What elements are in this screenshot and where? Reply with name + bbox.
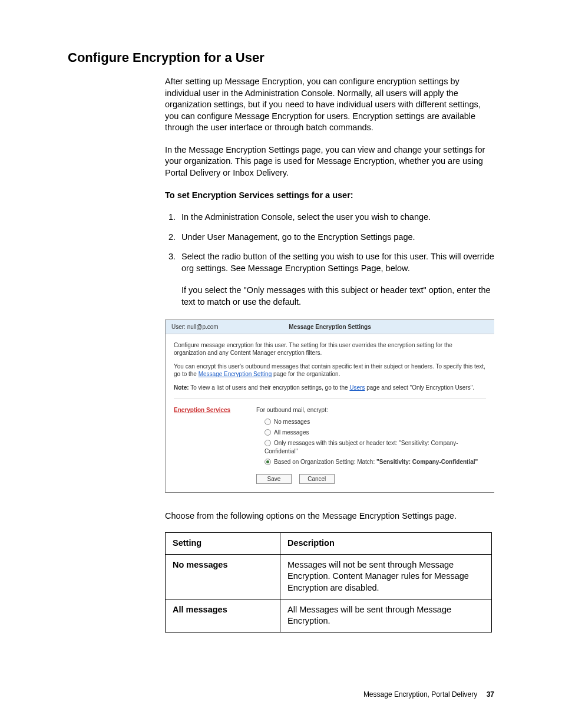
user-label: User: null@p.com (171, 323, 219, 331)
settings-table: Setting Description No messages Messages… (165, 532, 492, 632)
cancel-button[interactable]: Cancel (299, 474, 335, 484)
radio-no-messages[interactable] (265, 419, 271, 425)
link-message-encryption-setting[interactable]: Message Encryption Setting (199, 371, 272, 377)
radio-org-setting-label: Based on Organization Setting: Match: "S… (274, 459, 478, 465)
fig-desc-2: You can encrypt this user's outbound mes… (174, 363, 486, 378)
save-button[interactable]: Save (256, 474, 292, 484)
radio-no-messages-label: No messages (274, 419, 310, 425)
table-header-description: Description (280, 533, 492, 555)
step-3: Select the radio button of the setting y… (178, 251, 494, 274)
post-figure-paragraph: Choose from the following options on the… (165, 510, 494, 522)
fig-desc-3: Note: To view a list of users and their … (174, 384, 486, 391)
page-footer: Message Encryption, Portal Delivery 37 (363, 690, 494, 699)
fig-desc-1: Configure message encryption for this us… (174, 341, 486, 357)
page-number: 37 (487, 690, 494, 699)
table-row: All messages All Messages will be sent t… (166, 599, 492, 632)
link-users[interactable]: Users (349, 384, 365, 391)
step-1: In the Administration Console, select th… (178, 212, 494, 223)
intro-paragraph-1: After setting up Message Encryption, you… (165, 76, 494, 134)
procedure-steps: In the Administration Console, select th… (165, 212, 494, 274)
radio-all-messages[interactable] (265, 429, 271, 436)
procedure-title: To set Encryption Services settings for … (165, 190, 494, 202)
settings-screenshot: User: null@p.com Message Encryption Sett… (165, 319, 494, 492)
radio-all-messages-label: All messages (274, 429, 309, 436)
step-2: Under User Management, go to the Encrypt… (178, 232, 494, 243)
encryption-services-label: Encryption Services (174, 406, 256, 483)
table-row: No messages Messages will not be sent th… (166, 554, 492, 599)
table-header-setting: Setting (166, 533, 280, 555)
options-header: For outbound mail, encrypt: (256, 406, 486, 414)
step-3-note: If you select the "Only messages with th… (181, 285, 494, 308)
radio-org-setting[interactable] (265, 459, 271, 465)
page-heading: Configure Encryption for a User (68, 50, 494, 65)
radio-only-subject-label: Only messages with this subject or heade… (265, 440, 458, 454)
intro-paragraph-2: In the Message Encryption Settings page,… (165, 144, 494, 179)
panel-title: Message Encryption Settings (289, 323, 371, 331)
radio-only-subject[interactable] (265, 440, 271, 446)
